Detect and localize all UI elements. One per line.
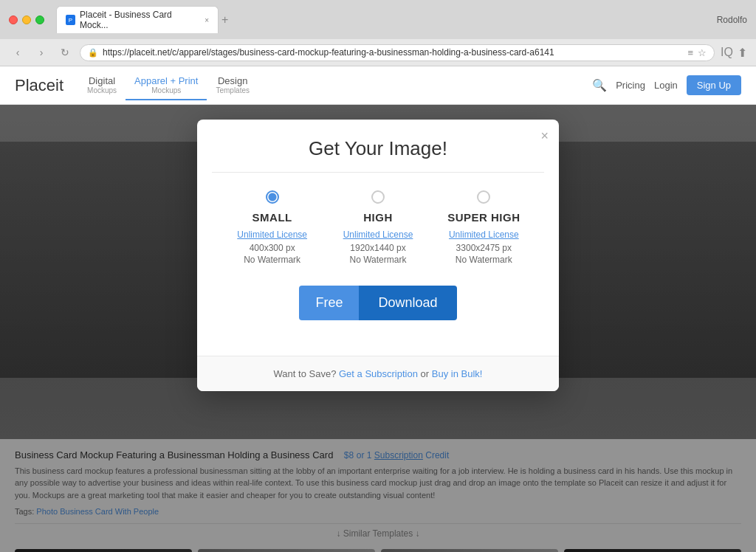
address-bar[interactable]: 🔒 https://placeit.net/c/apparel/stages/b…: [80, 44, 715, 61]
nav-apparel-label: Apparel + Print: [134, 75, 198, 86]
option-high-size: 1920x1440 px: [325, 243, 430, 253]
option-high: HIGH Unlimited License 1920x1440 px No W…: [325, 190, 430, 265]
option-high-radio[interactable]: [371, 190, 385, 204]
nav-item-digital[interactable]: Digital Mockups: [78, 71, 126, 100]
tab-favicon: P: [66, 15, 75, 25]
modal-close-button[interactable]: ×: [540, 128, 549, 144]
footer-or: or: [421, 368, 432, 379]
new-tab-button[interactable]: +: [221, 13, 228, 27]
browser-tab[interactable]: P Placeit - Business Card Mock... ×: [56, 6, 219, 33]
nav-apparel-sub: Mockups: [134, 86, 198, 94]
option-superhigh-name: SUPER HIGH: [431, 211, 537, 224]
browser-chrome: P Placeit - Business Card Mock... × + Ro…: [0, 0, 756, 66]
nav-item-design[interactable]: Design Templates: [207, 71, 258, 100]
website: Placeit Digital Mockups Apparel + Print …: [0, 66, 756, 552]
options-row: SMALL Unlimited License 400x300 px No Wa…: [219, 190, 537, 265]
option-small-size: 400x300 px: [219, 243, 325, 253]
refresh-button[interactable]: ↻: [56, 44, 74, 61]
tab-bar: P Placeit - Business Card Mock... × +: [56, 6, 711, 33]
modal-title: Get Your Image!: [197, 120, 559, 172]
login-link[interactable]: Login: [654, 80, 678, 91]
footer-text: Want to Save?: [274, 368, 337, 379]
tab-title: Placeit - Business Card Mock...: [80, 10, 194, 30]
reader-icon[interactable]: ≡: [688, 47, 694, 58]
secure-icon: 🔒: [88, 48, 98, 58]
option-small-radio[interactable]: [266, 190, 279, 204]
buy-bulk-link[interactable]: Buy in Bulk!: [432, 368, 483, 379]
nav-design-sub: Templates: [216, 86, 250, 94]
nav-digital-label: Digital: [87, 75, 117, 86]
option-superhigh: SUPER HIGH Unlimited License 3300x2475 p…: [431, 190, 537, 265]
modal-body: SMALL Unlimited License 400x300 px No Wa…: [197, 173, 559, 356]
site-logo[interactable]: Placeit: [15, 76, 63, 95]
address-bar-icons: ≡ ☆: [688, 47, 707, 58]
site-header: Placeit Digital Mockups Apparel + Print …: [0, 66, 756, 105]
title-bar: P Placeit - Business Card Mock... × + Ro…: [0, 0, 756, 39]
address-bar-row: ‹ › ↻ 🔒 https://placeit.net/c/apparel/st…: [0, 39, 756, 66]
traffic-lights: [9, 15, 44, 24]
close-window-button[interactable]: [9, 15, 18, 24]
option-superhigh-watermark: No Watermark: [431, 255, 537, 265]
tab-close-button[interactable]: ×: [205, 16, 209, 24]
share-icon[interactable]: ⬆: [738, 46, 747, 60]
option-small-license[interactable]: Unlimited License: [219, 230, 325, 240]
option-superhigh-radio[interactable]: [477, 190, 490, 204]
search-icon[interactable]: 🔍: [592, 78, 607, 92]
modal-overlay: × Get Your Image! SMALL Unlimited Licens…: [0, 105, 756, 552]
get-subscription-link[interactable]: Get a Subscription: [339, 368, 418, 379]
option-high-name: HIGH: [325, 211, 430, 224]
option-small: SMALL Unlimited License 400x300 px No Wa…: [219, 190, 325, 265]
site-nav: Digital Mockups Apparel + Print Mockups …: [78, 71, 258, 100]
option-small-name: SMALL: [219, 211, 325, 224]
user-label: Rodolfo: [717, 15, 747, 25]
option-superhigh-license[interactable]: Unlimited License: [431, 230, 537, 240]
free-label[interactable]: Free: [299, 286, 359, 320]
nav-item-apparel[interactable]: Apparel + Print Mockups: [126, 71, 207, 100]
download-btn-wrap: Free Download: [219, 286, 537, 320]
forward-button[interactable]: ›: [32, 44, 50, 61]
nav-design-label: Design: [216, 75, 250, 86]
nav-digital-sub: Mockups: [87, 86, 117, 94]
back-button[interactable]: ‹: [9, 44, 27, 61]
browser-actions: IQ ⬆: [721, 46, 747, 60]
option-high-license[interactable]: Unlimited License: [325, 230, 430, 240]
maximize-window-button[interactable]: [35, 15, 44, 24]
minimize-window-button[interactable]: [22, 15, 31, 24]
url-text: https://placeit.net/c/apparel/stages/bus…: [103, 47, 684, 58]
download-free-button[interactable]: Free Download: [299, 286, 456, 320]
modal-footer: Want to Save? Get a Subscription or Buy …: [197, 356, 559, 391]
signup-button[interactable]: Sign Up: [687, 75, 741, 95]
download-label[interactable]: Download: [359, 286, 456, 320]
extension-icon[interactable]: IQ: [721, 46, 733, 60]
option-high-watermark: No Watermark: [325, 255, 430, 265]
bookmark-icon[interactable]: ☆: [698, 47, 707, 58]
option-superhigh-size: 3300x2475 px: [431, 243, 537, 253]
page-background: Business Card Mockup Featuring a Busines…: [0, 105, 756, 552]
pricing-link[interactable]: Pricing: [616, 80, 645, 91]
option-small-watermark: No Watermark: [219, 255, 325, 265]
nav-right: 🔍 Pricing Login Sign Up: [592, 75, 741, 95]
modal-dialog: × Get Your Image! SMALL Unlimited Licens…: [197, 120, 559, 391]
